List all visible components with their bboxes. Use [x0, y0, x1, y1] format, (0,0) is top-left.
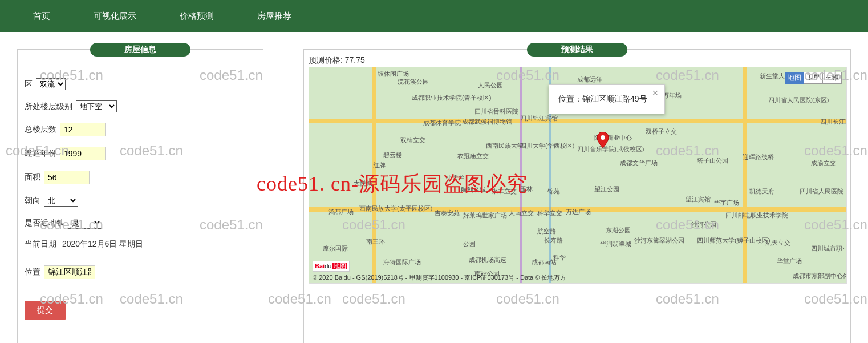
map-poi-label: 万年场 — [663, 91, 682, 100]
map-poi-label: 碧云楼 — [383, 151, 402, 159]
map-poi-label: 成都体育学院 — [423, 119, 461, 127]
map-type-3d[interactable]: 三维 — [822, 72, 842, 84]
map-poi-label: 成都职业技术学院(青羊校区) — [412, 94, 491, 102]
district-label: 区 — [25, 79, 33, 90]
map-poi-label: 南三环 — [366, 237, 385, 246]
map-poi-label: 公园 — [463, 240, 476, 248]
map-poi-label: 红牌 — [373, 161, 386, 170]
map-info-window: ✕ 位置：锦江区顺江路49号 — [549, 84, 665, 114]
close-icon[interactable]: ✕ — [652, 88, 659, 98]
map-type-control: 地图 卫星 三维 — [785, 72, 842, 84]
map-poi-label: 四川城市职业学院 — [811, 244, 847, 253]
area-label: 面积 — [25, 172, 40, 183]
result-panel-title: 预测结果 — [527, 43, 627, 57]
floor-level-select[interactable]: 地下室 — [76, 100, 117, 112]
map-poi-label: 西南民族大学(太平园校区) — [359, 204, 432, 213]
map-poi-label: 四川长江职业学院 — [820, 118, 847, 126]
map-poi-label: 四川省骨科医院 — [474, 107, 518, 116]
map-poi-label: 望江公园 — [594, 185, 619, 193]
svg-point-0 — [601, 135, 605, 140]
district-select[interactable]: 双流 — [36, 78, 66, 90]
near-subway-select[interactable]: 是 — [68, 217, 102, 229]
map-poi-label: 四川邮电职业技术学院 — [725, 211, 788, 220]
map-poi-label: 人南立交 — [509, 209, 534, 217]
map-poi-label: 迎晖路线桥 — [743, 153, 774, 162]
map-poi-label: 四川省人民医院(东区) — [768, 96, 829, 104]
map-poi-label: 航利名城 — [461, 185, 486, 194]
map-poi-label: 大悦城 — [354, 179, 372, 188]
map-poi-label: 东湖公园 — [606, 226, 631, 235]
map-type-satellite[interactable]: 卫星 — [804, 72, 823, 84]
map-poi-label: 玉林 — [520, 185, 533, 193]
map-poi-label: 海特国际广场 — [383, 258, 421, 267]
map-poi-label: 四川音乐学院(武侯校区) — [577, 145, 644, 154]
map-copyright: © 2020 Baidu - GS(2019)5218号 - 甲测资字11009… — [313, 273, 566, 282]
map-poi-label: 四川省人民医院 — [800, 187, 843, 196]
location-input[interactable] — [44, 265, 95, 279]
map-poi-label: 塔子山公园 — [697, 156, 728, 165]
orientation-label: 朝向 — [25, 196, 40, 206]
map-poi-label: 浣花溪公园 — [398, 78, 429, 86]
nav-home[interactable]: 首页 — [11, 11, 72, 22]
total-floors-label: 总楼层数 — [25, 124, 56, 135]
map-poi-label: 望江宾馆 — [686, 195, 711, 204]
map-poi-label: 华润翡翠城 — [600, 240, 631, 248]
current-date-label: 当前日期 — [25, 239, 56, 249]
current-date-value: 2020年12月6日 星期日 — [62, 239, 143, 249]
orientation-select[interactable]: 北 — [44, 195, 78, 207]
result-panel: 预测结果 预测价格: 77.75 坡休闲广场浣花溪公园人民公园成都远洋新生堂大厦… — [303, 49, 851, 343]
submit-button[interactable]: 提交 — [25, 301, 66, 320]
map-poi-label: 双桥子立交 — [646, 127, 677, 136]
build-year-input[interactable] — [60, 147, 106, 160]
map-poi-label: 科华 — [553, 253, 566, 262]
floor-level-label: 所处楼层级别 — [25, 102, 72, 112]
nav-house-recommend[interactable]: 房屋推荐 — [236, 11, 313, 22]
map-poi-label: 科华立交 — [537, 209, 562, 217]
location-label: 位置 — [25, 267, 40, 277]
map-poi-label: 沙河东篱翠湖公园 — [634, 236, 684, 245]
map-poi-label: 坡休闲广场 — [378, 70, 409, 78]
map-poi-label: 摩尔国际 — [323, 244, 348, 253]
map-type-normal[interactable]: 地图 — [785, 72, 804, 84]
predict-price: 预测价格: 77.75 — [309, 55, 846, 66]
map-poi-label: 成都文华广场 — [620, 159, 658, 167]
map-poi-label: 四川大学(华西校区) — [520, 142, 574, 150]
near-subway-label: 是否近地铁 — [25, 218, 64, 228]
map-poi-label: 鸿都广场 — [328, 208, 354, 216]
map-logo: Baidu地图 — [313, 261, 350, 272]
map-poi-label: 衣冠庙立交 — [457, 152, 489, 160]
build-year-label: 建造年份 — [25, 148, 56, 159]
map-poi-label: 四川师范大学(狮子山校区) — [697, 236, 770, 245]
form-panel-title: 房屋信息 — [90, 43, 190, 57]
map-poi-label: 长寿路 — [544, 236, 563, 245]
map-poi-label: 西南民族大学 — [486, 142, 524, 150]
map-poi-label: 沙河公园 — [691, 220, 716, 229]
map-poi-label: 四川锦江宾馆 — [520, 114, 558, 123]
map-poi-label: 航空路 — [537, 227, 556, 236]
map-poi-label: 小天竺 — [446, 173, 465, 182]
total-floors-input[interactable] — [60, 123, 106, 136]
map-poi-label: 人民公园 — [478, 81, 503, 90]
map-poi-label: 吉泰安苑 — [435, 209, 460, 217]
map-poi-label: 成都机场高速 — [469, 256, 506, 264]
map-poi-label: 万达广场 — [566, 208, 591, 216]
map-poi-label: 华宇广场 — [714, 199, 739, 207]
map-marker-icon[interactable] — [597, 132, 609, 148]
map-poi-label: 成都市东部副中心体育景观公园 — [793, 272, 847, 280]
map-poi-label: 锦苑 — [547, 187, 560, 196]
area-input[interactable] — [44, 171, 90, 184]
map-poi-label: 好莱坞世家广场 — [463, 211, 507, 220]
map-poi-label: 航天立交 — [765, 239, 790, 247]
nav-price-predict[interactable]: 价格预测 — [158, 11, 236, 22]
map-container[interactable]: 坡休闲广场浣花溪公园人民公园成都远洋新生堂大厦万年场成都职业技术学院(青羊校区)… — [309, 67, 847, 284]
map-poi-label: 成都远洋 — [577, 75, 602, 84]
map-poi-label: 凯德天府 — [749, 187, 774, 196]
map-poi-label: 成都武侯祠博物馆 — [462, 118, 512, 126]
nav-visualization[interactable]: 可视化展示 — [72, 11, 158, 22]
map-poi-label: 双楠立交 — [400, 136, 425, 144]
navbar: 首页 可视化展示 价格预测 房屋推荐 — [0, 0, 868, 32]
map-poi-label: 成渝立交 — [811, 159, 836, 167]
map-poi-label: 永丰立交 — [492, 187, 517, 196]
map-poi-label: 华堂广场 — [777, 257, 802, 265]
form-panel: 房屋信息 区 双流 所处楼层级别 地下室 总楼层数 建造年份 面积 朝向 北 是… — [17, 49, 263, 343]
